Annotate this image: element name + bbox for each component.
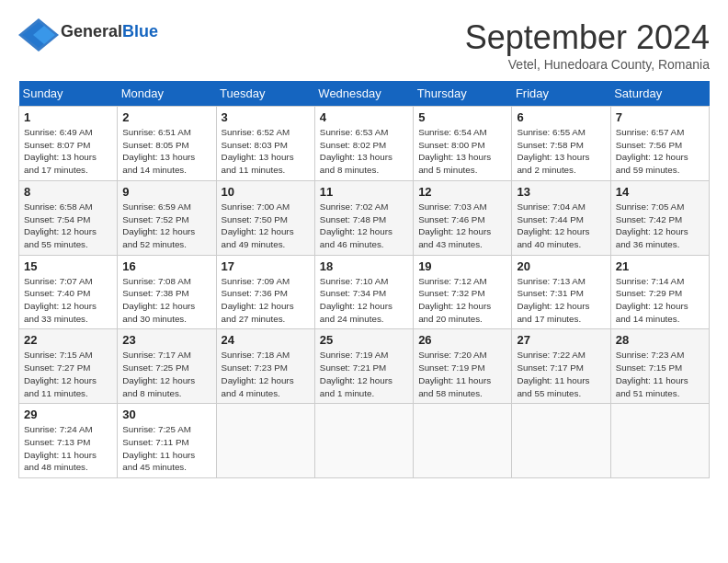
calendar-cell: 11Sunrise: 7:02 AM Sunset: 7:48 PM Dayli… <box>314 180 413 255</box>
calendar-cell: 14Sunrise: 7:05 AM Sunset: 7:42 PM Dayli… <box>610 180 709 255</box>
day-info: Sunrise: 6:52 AM Sunset: 8:03 PM Dayligh… <box>222 126 310 177</box>
logo-text-block: GeneralBlue <box>61 23 158 41</box>
calendar-cell: 9Sunrise: 6:59 AM Sunset: 7:52 PM Daylig… <box>118 180 216 255</box>
day-info: Sunrise: 7:20 AM Sunset: 7:19 PM Dayligh… <box>418 349 506 399</box>
logo-blue: Blue <box>122 22 158 40</box>
day-number: 10 <box>222 185 310 199</box>
day-number: 27 <box>517 333 605 347</box>
day-info: Sunrise: 7:05 AM Sunset: 7:42 PM Dayligh… <box>616 201 704 251</box>
calendar-cell: 20Sunrise: 7:13 AM Sunset: 7:31 PM Dayli… <box>512 255 610 329</box>
logo: GeneralBlue <box>18 18 158 46</box>
page-header: GeneralBlue September 2024 Vetel, Hunedo… <box>18 18 710 72</box>
day-info: Sunrise: 7:18 AM Sunset: 7:23 PM Dayligh… <box>222 349 310 399</box>
week-row-4: 29Sunrise: 7:24 AM Sunset: 7:13 PM Dayli… <box>19 404 710 478</box>
calendar-cell: 2Sunrise: 6:51 AM Sunset: 8:05 PM Daylig… <box>118 107 216 181</box>
day-info: Sunrise: 7:15 AM Sunset: 7:27 PM Dayligh… <box>24 349 112 399</box>
day-number: 23 <box>122 333 210 347</box>
day-info: Sunrise: 7:25 AM Sunset: 7:11 PM Dayligh… <box>122 423 210 474</box>
day-info: Sunrise: 7:14 AM Sunset: 7:29 PM Dayligh… <box>616 275 704 326</box>
day-number: 20 <box>517 259 605 273</box>
calendar-cell: 15Sunrise: 7:07 AM Sunset: 7:40 PM Dayli… <box>19 255 118 329</box>
day-number: 3 <box>222 110 310 124</box>
day-number: 11 <box>320 185 408 199</box>
title-block: September 2024 Vetel, Hunedoara County, … <box>465 18 710 72</box>
day-number: 18 <box>320 259 408 273</box>
col-tuesday: Tuesday <box>216 81 314 107</box>
day-info: Sunrise: 6:53 AM Sunset: 8:02 PM Dayligh… <box>320 126 408 177</box>
day-number: 5 <box>418 110 506 124</box>
day-number: 30 <box>122 408 210 421</box>
calendar-cell: 25Sunrise: 7:19 AM Sunset: 7:21 PM Dayli… <box>314 329 413 404</box>
calendar-cell: 16Sunrise: 7:08 AM Sunset: 7:38 PM Dayli… <box>118 255 216 329</box>
calendar-cell: 18Sunrise: 7:10 AM Sunset: 7:34 PM Dayli… <box>314 255 413 329</box>
day-number: 2 <box>122 110 210 124</box>
day-info: Sunrise: 6:51 AM Sunset: 8:05 PM Dayligh… <box>122 126 210 177</box>
day-number: 7 <box>616 110 704 124</box>
col-saturday: Saturday <box>610 81 709 107</box>
day-info: Sunrise: 7:02 AM Sunset: 7:48 PM Dayligh… <box>320 201 408 251</box>
calendar-header-row: Sunday Monday Tuesday Wednesday Thursday… <box>19 81 710 107</box>
calendar-cell: 17Sunrise: 7:09 AM Sunset: 7:36 PM Dayli… <box>216 255 314 329</box>
calendar-cell: 30Sunrise: 7:25 AM Sunset: 7:11 PM Dayli… <box>118 404 216 478</box>
day-number: 22 <box>24 333 112 347</box>
day-number: 4 <box>320 110 408 124</box>
day-info: Sunrise: 7:03 AM Sunset: 7:46 PM Dayligh… <box>418 201 506 251</box>
calendar-cell: 7Sunrise: 6:57 AM Sunset: 7:56 PM Daylig… <box>610 107 709 181</box>
day-info: Sunrise: 7:13 AM Sunset: 7:31 PM Dayligh… <box>517 275 605 326</box>
day-info: Sunrise: 7:19 AM Sunset: 7:21 PM Dayligh… <box>320 349 408 399</box>
calendar-cell <box>610 404 709 478</box>
day-number: 8 <box>24 185 112 199</box>
calendar-cell <box>314 404 413 478</box>
calendar-cell: 5Sunrise: 6:54 AM Sunset: 8:00 PM Daylig… <box>414 107 512 181</box>
location-subtitle: Vetel, Hunedoara County, Romania <box>465 57 710 72</box>
calendar-cell: 23Sunrise: 7:17 AM Sunset: 7:25 PM Dayli… <box>118 329 216 404</box>
day-info: Sunrise: 7:17 AM Sunset: 7:25 PM Dayligh… <box>122 349 210 399</box>
calendar-cell: 10Sunrise: 7:00 AM Sunset: 7:50 PM Dayli… <box>216 180 314 255</box>
week-row-1: 8Sunrise: 6:58 AM Sunset: 7:54 PM Daylig… <box>19 180 710 255</box>
week-row-0: 1Sunrise: 6:49 AM Sunset: 8:07 PM Daylig… <box>19 107 710 181</box>
day-number: 6 <box>517 110 605 124</box>
day-info: Sunrise: 7:12 AM Sunset: 7:32 PM Dayligh… <box>418 275 506 326</box>
week-row-3: 22Sunrise: 7:15 AM Sunset: 7:27 PM Dayli… <box>19 329 710 404</box>
day-info: Sunrise: 6:54 AM Sunset: 8:00 PM Dayligh… <box>418 126 506 177</box>
col-wednesday: Wednesday <box>314 81 413 107</box>
day-number: 21 <box>616 259 704 273</box>
calendar-cell: 19Sunrise: 7:12 AM Sunset: 7:32 PM Dayli… <box>414 255 512 329</box>
calendar-cell: 26Sunrise: 7:20 AM Sunset: 7:19 PM Dayli… <box>414 329 512 404</box>
day-info: Sunrise: 6:49 AM Sunset: 8:07 PM Dayligh… <box>24 126 112 177</box>
day-number: 14 <box>616 185 704 199</box>
day-number: 13 <box>517 185 605 199</box>
day-info: Sunrise: 7:10 AM Sunset: 7:34 PM Dayligh… <box>320 275 408 326</box>
day-info: Sunrise: 7:09 AM Sunset: 7:36 PM Dayligh… <box>222 275 310 326</box>
day-info: Sunrise: 7:00 AM Sunset: 7:50 PM Dayligh… <box>222 201 310 251</box>
calendar-cell: 6Sunrise: 6:55 AM Sunset: 7:58 PM Daylig… <box>512 107 610 181</box>
calendar-table: Sunday Monday Tuesday Wednesday Thursday… <box>18 81 710 478</box>
week-row-2: 15Sunrise: 7:07 AM Sunset: 7:40 PM Dayli… <box>19 255 710 329</box>
col-sunday: Sunday <box>19 81 118 107</box>
day-number: 15 <box>24 259 112 273</box>
calendar-cell <box>512 404 610 478</box>
day-info: Sunrise: 7:04 AM Sunset: 7:44 PM Dayligh… <box>517 201 605 251</box>
calendar-cell: 28Sunrise: 7:23 AM Sunset: 7:15 PM Dayli… <box>610 329 709 404</box>
day-info: Sunrise: 6:58 AM Sunset: 7:54 PM Dayligh… <box>24 201 112 251</box>
day-number: 26 <box>418 333 506 347</box>
calendar-cell: 1Sunrise: 6:49 AM Sunset: 8:07 PM Daylig… <box>19 107 118 181</box>
day-number: 28 <box>616 333 704 347</box>
day-info: Sunrise: 7:22 AM Sunset: 7:17 PM Dayligh… <box>517 349 605 399</box>
day-info: Sunrise: 7:23 AM Sunset: 7:15 PM Dayligh… <box>616 349 704 399</box>
calendar-cell: 27Sunrise: 7:22 AM Sunset: 7:17 PM Dayli… <box>512 329 610 404</box>
calendar-cell <box>216 404 314 478</box>
day-info: Sunrise: 7:07 AM Sunset: 7:40 PM Dayligh… <box>24 275 112 326</box>
calendar-cell: 8Sunrise: 6:58 AM Sunset: 7:54 PM Daylig… <box>19 180 118 255</box>
calendar-cell: 3Sunrise: 6:52 AM Sunset: 8:03 PM Daylig… <box>216 107 314 181</box>
day-info: Sunrise: 7:24 AM Sunset: 7:13 PM Dayligh… <box>24 423 112 474</box>
col-monday: Monday <box>118 81 216 107</box>
day-number: 12 <box>418 185 506 199</box>
col-friday: Friday <box>512 81 610 107</box>
calendar-cell <box>414 404 512 478</box>
day-number: 9 <box>122 185 210 199</box>
logo-general: General <box>61 22 122 40</box>
day-number: 16 <box>122 259 210 273</box>
calendar-cell: 29Sunrise: 7:24 AM Sunset: 7:13 PM Dayli… <box>19 404 118 478</box>
day-number: 25 <box>320 333 408 347</box>
